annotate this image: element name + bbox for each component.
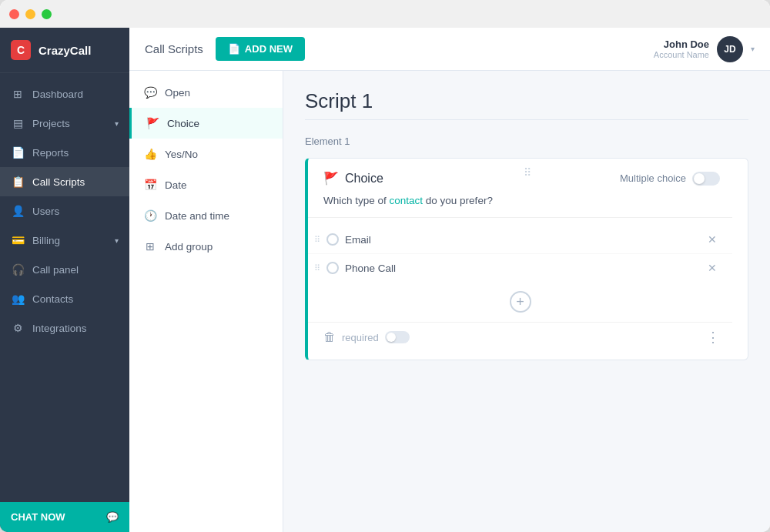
datetime-icon: 🕐 (143, 209, 157, 223)
panel-label-datetime: Date and time (165, 210, 229, 222)
sidebar: C CrazyCall ⊞ Dashboard ▤ Projects ▾ 📄 R… (0, 28, 129, 532)
avatar: JD (717, 36, 743, 62)
more-options-button[interactable]: ⋮ (706, 330, 720, 344)
user-name: John Doe (654, 38, 709, 50)
chevron-down-icon[interactable]: ▾ (751, 45, 755, 53)
minimize-button[interactable] (25, 9, 35, 19)
panel-label-open: Open (165, 87, 190, 99)
dashboard-icon: ⊞ (11, 87, 25, 101)
delete-button[interactable]: 🗑 (323, 330, 336, 344)
add-new-button[interactable]: 📄 ADD NEW (216, 37, 305, 61)
panel-label-yesno: Yes/No (165, 149, 198, 160)
left-panel: 💬 Open 🚩 Choice 👍 Yes/No 📅 Date (129, 71, 283, 532)
integrations-icon: ⚙ (11, 321, 25, 335)
chevron-down-icon: ▾ (115, 119, 119, 128)
app-name: CrazyCall (38, 44, 91, 57)
add-group-icon: ⊞ (143, 239, 157, 253)
sidebar-item-integrations[interactable]: ⚙ Integrations (0, 313, 129, 343)
remove-phone-button[interactable]: ✕ (705, 260, 720, 276)
script-divider (305, 119, 748, 120)
flag-icon: 🚩 (323, 171, 339, 186)
nav-label-contacts: Contacts (32, 293, 73, 305)
sidebar-item-contacts[interactable]: 👥 Contacts (0, 284, 129, 313)
panel-label-add-group: Add group (165, 241, 213, 253)
choice-title: Choice (345, 172, 383, 186)
multiple-choice-label: Multiple choice (620, 172, 686, 184)
users-icon: 👤 (11, 204, 25, 218)
multiple-choice-toggle-row: Multiple choice (620, 172, 720, 186)
option-row-phone: ⠿ Phone Call ✕ (308, 253, 732, 282)
drag-dots-icon[interactable]: ⠿ (308, 235, 320, 245)
user-info: John Doe Account Name JD ▾ (654, 36, 755, 62)
app-body: C CrazyCall ⊞ Dashboard ▤ Projects ▾ 📄 R… (0, 28, 770, 532)
panel-item-choice[interactable]: 🚩 Choice (129, 108, 283, 139)
topbar: Call Scripts 📄 ADD NEW John Doe Account … (129, 28, 770, 71)
close-button[interactable] (9, 9, 19, 19)
radio-phone[interactable] (326, 262, 339, 274)
sidebar-item-billing[interactable]: 💳 Billing ▾ (0, 226, 129, 255)
drag-dots-icon[interactable]: ⠿ (308, 263, 320, 273)
open-icon: 💬 (143, 85, 157, 99)
content-area: Call Scripts 📄 ADD NEW John Doe Account … (129, 28, 770, 532)
user-account: Account Name (654, 50, 709, 59)
required-label: required (342, 332, 379, 343)
call-scripts-icon: 📋 (11, 175, 25, 189)
sidebar-nav: ⊞ Dashboard ▤ Projects ▾ 📄 Reports 📋 Cal… (0, 73, 129, 502)
main-area: 💬 Open 🚩 Choice 👍 Yes/No 📅 Date (129, 71, 770, 532)
nav-label-call-scripts: Call Scripts (32, 176, 85, 188)
radio-email[interactable] (326, 233, 339, 246)
date-icon: 📅 (143, 178, 157, 192)
sidebar-item-call-scripts[interactable]: 📋 Call Scripts (0, 167, 129, 196)
script-content: Script 1 Element 1 ⠿ 🚩 Choice (283, 71, 770, 532)
yesno-icon: 👍 (143, 147, 157, 161)
sidebar-item-users[interactable]: 👤 Users (0, 196, 129, 226)
panel-item-date-time[interactable]: 🕐 Date and time (129, 200, 283, 231)
required-toggle[interactable] (385, 331, 410, 343)
sidebar-item-call-panel[interactable]: 🎧 Call panel (0, 255, 129, 284)
billing-icon: 💳 (11, 233, 25, 247)
call-panel-icon: 🎧 (11, 263, 25, 276)
chat-now-button[interactable]: CHAT NOW 💬 (0, 502, 129, 532)
chat-label: CHAT NOW (11, 511, 65, 523)
options-divider (308, 217, 732, 218)
tab-call-scripts[interactable]: Call Scripts (145, 42, 203, 55)
maximize-button[interactable] (42, 9, 52, 19)
chat-icon: 💬 (106, 511, 119, 523)
element-label: Element 1 (305, 136, 748, 147)
add-option-row: + (308, 282, 732, 322)
nav-label-call-panel: Call panel (32, 264, 79, 276)
nav-label-users: Users (32, 206, 59, 217)
panel-item-yesno[interactable]: 👍 Yes/No (129, 139, 283, 169)
contacts-icon: 👥 (11, 292, 25, 306)
logo-icon: C (11, 40, 31, 60)
nav-label-dashboard: Dashboard (32, 89, 83, 100)
panel-item-open[interactable]: 💬 Open (129, 77, 283, 108)
option-label-phone[interactable]: Phone Call (345, 263, 698, 274)
user-text: John Doe Account Name (654, 38, 709, 59)
sidebar-item-reports[interactable]: 📄 Reports (0, 138, 129, 167)
add-icon: 📄 (228, 43, 240, 55)
panel-item-add-group[interactable]: ⊞ Add group (129, 231, 283, 262)
remove-email-button[interactable]: ✕ (705, 232, 720, 247)
footer-left: 🗑 required (323, 330, 410, 344)
card-header: 🚩 Choice Multiple choice (308, 171, 732, 195)
titlebar (0, 0, 770, 28)
chevron-down-icon: ▾ (115, 236, 119, 245)
nav-label-projects: Projects (32, 118, 70, 129)
reports-icon: 📄 (11, 146, 25, 159)
card-title: 🚩 Choice (323, 171, 383, 186)
panel-label-choice: Choice (167, 118, 199, 129)
option-label-email[interactable]: Email (345, 234, 698, 246)
script-title[interactable]: Script 1 (305, 89, 748, 113)
sidebar-item-dashboard[interactable]: ⊞ Dashboard (0, 79, 129, 109)
nav-label-integrations: Integrations (32, 323, 87, 334)
add-option-button[interactable]: + (510, 291, 531, 313)
projects-icon: ▤ (11, 116, 25, 130)
drag-handle[interactable]: ⠿ (524, 166, 533, 179)
app-window: C CrazyCall ⊞ Dashboard ▤ Projects ▾ 📄 R… (0, 0, 770, 532)
question-text[interactable]: Which type of contact do you prefer? (308, 195, 732, 217)
option-row-email: ⠿ Email ✕ (308, 226, 732, 253)
multiple-choice-toggle[interactable] (692, 172, 720, 186)
sidebar-item-projects[interactable]: ▤ Projects ▾ (0, 109, 129, 138)
panel-item-date[interactable]: 📅 Date (129, 169, 283, 200)
